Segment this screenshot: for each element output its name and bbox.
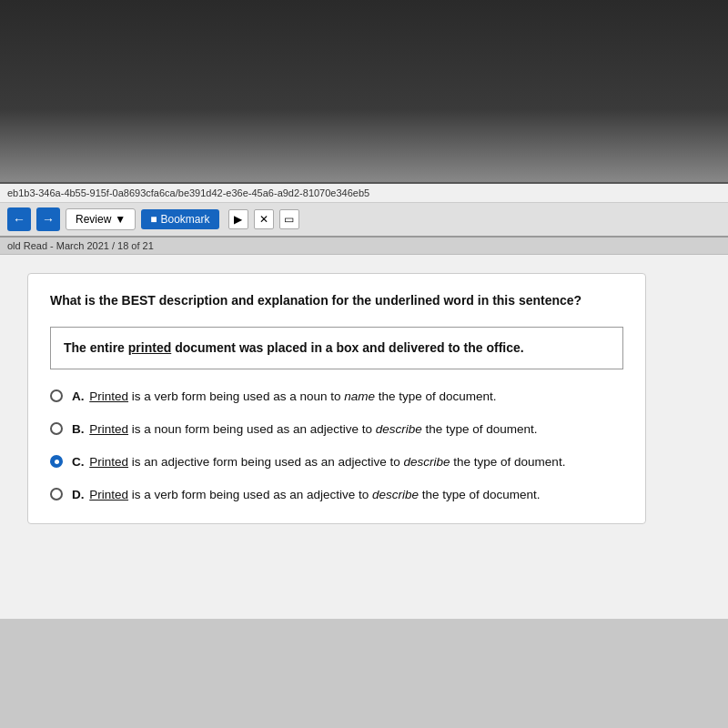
sentence-box: The entire printed document was placed i… (50, 327, 623, 369)
toolbar-icon-group: ▶ ✕ ▭ (228, 209, 299, 229)
bookmark-button[interactable]: ■ Bookmark (141, 209, 218, 229)
dropdown-icon: ▼ (115, 213, 126, 226)
back-icon: ← (13, 212, 25, 227)
radio-b[interactable] (50, 422, 63, 435)
option-a-text: A. Printed is a verb form being used as … (72, 388, 497, 406)
back-button[interactable]: ← (7, 207, 31, 231)
forward-icon: → (42, 212, 55, 227)
question-text: What is the BEST description and explana… (50, 292, 623, 310)
url-text: eb1b3-346a-4b55-915f-0a8693cfa6ca/be391d… (7, 187, 369, 198)
option-b: B. Printed is a noun form being used as … (50, 420, 623, 439)
answer-options: A. Printed is a verb form being used as … (50, 388, 623, 505)
sentence-text: The entire printed document was placed i… (64, 339, 610, 358)
underlined-word: printed (128, 340, 171, 355)
bookmark-label: Bookmark (161, 213, 210, 226)
bookmark-icon: ■ (150, 213, 157, 226)
breadcrumb-text: old Read - March 2021 / 18 of 21 (7, 240, 154, 251)
option-d: D. Printed is a verb form being used as … (50, 486, 623, 504)
screen-bezel (0, 0, 728, 182)
radio-a[interactable] (50, 389, 63, 402)
breadcrumb: old Read - March 2021 / 18 of 21 (0, 238, 728, 255)
option-d-text: D. Printed is a verb form being used as … (72, 486, 541, 504)
option-a: A. Printed is a verb form being used as … (50, 388, 623, 406)
review-button[interactable]: Review ▼ (66, 208, 136, 230)
option-b-text: B. Printed is a noun form being used as … (72, 420, 538, 439)
close-icon[interactable]: ✕ (254, 209, 274, 229)
main-content: What is the BEST description and explana… (0, 255, 728, 619)
url-bar: eb1b3-346a-4b55-915f-0a8693cfa6ca/be391d… (0, 184, 728, 203)
question-card: What is the BEST description and explana… (27, 273, 646, 524)
cursor-icon[interactable]: ▶ (228, 209, 248, 229)
review-label: Review (76, 213, 111, 226)
expand-icon[interactable]: ▭ (279, 209, 299, 229)
radio-c[interactable] (50, 455, 63, 468)
option-c: C. Printed is an adjective form being us… (50, 453, 623, 471)
forward-button[interactable]: → (36, 207, 60, 231)
toolbar: ← → Review ▼ ■ Bookmark ▶ ✕ ▭ (0, 203, 728, 238)
radio-d[interactable] (50, 488, 63, 500)
option-c-text: C. Printed is an adjective form being us… (72, 453, 565, 471)
browser-chrome: eb1b3-346a-4b55-915f-0a8693cfa6ca/be391d… (0, 182, 728, 255)
